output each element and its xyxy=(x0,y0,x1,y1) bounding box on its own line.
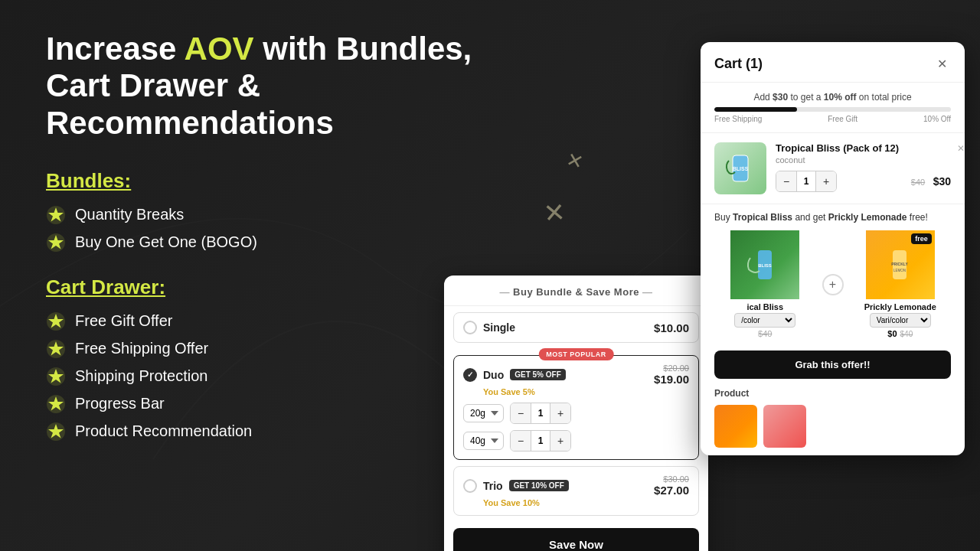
feature-product-recommendation: Product Recommendation xyxy=(46,422,490,442)
related-thumb-2[interactable] xyxy=(763,405,806,448)
cart-item: BLISS Tropical Bliss (Pack of 12) coconu… xyxy=(701,133,965,204)
duo-qty-control-2: − 1 + xyxy=(510,430,571,452)
star-icon-1 xyxy=(46,205,66,225)
cart-item-prices: $40 $30 xyxy=(911,174,951,188)
duo-qty-increase-2[interactable]: + xyxy=(550,431,570,451)
cart-qty-decrease[interactable]: − xyxy=(776,171,796,191)
feature-shipping-protection: Shipping Protection xyxy=(46,367,490,386)
bogo-product-2-variant[interactable]: Vari/color xyxy=(870,313,931,328)
star-icon-4 xyxy=(46,339,66,359)
cart-title: Cart (1) xyxy=(714,56,763,72)
cart-item-name: Tropical Bliss (Pack of 12) xyxy=(776,142,951,154)
bogo-product-2: PRICKLY LEMON free Prickly Lemonade Vari… xyxy=(850,230,952,338)
trio-save-text: You Save 10% xyxy=(483,498,689,507)
cart-qty-number: 1 xyxy=(796,171,816,191)
main-heading: Increase AOV with Bundles,Cart Drawer & … xyxy=(46,31,490,142)
duo-qty-number-1: 1 xyxy=(531,403,550,423)
star-icon-3 xyxy=(46,311,66,331)
bogo-product-2-price: $0 xyxy=(887,329,897,338)
progress-label-gift: Free Gift xyxy=(828,115,858,123)
bundle-panel-header: Buy Bundle & Save More xyxy=(444,276,708,306)
cart-drawer-title: Cart Drawer: xyxy=(46,276,490,299)
related-thumb-1[interactable] xyxy=(714,405,757,448)
duo-variant-select-2[interactable]: 40g 20g xyxy=(463,432,504,450)
cart-item-image: BLISS xyxy=(714,142,766,194)
left-content: Increase AOV with Bundles,Cart Drawer & … xyxy=(46,31,490,465)
star-icon-2 xyxy=(46,233,66,253)
progress-labels: Free Shipping Free Gift 10% Off xyxy=(714,115,951,123)
star-icon-6 xyxy=(46,394,66,414)
related-thumb-1-image xyxy=(714,405,757,448)
cart-drawer-features: Free Gift Offer Free Shipping Offer Ship… xyxy=(46,311,490,442)
duo-old-price: $20.00 xyxy=(654,364,689,373)
bogo-tropical-icon: BLISS xyxy=(744,244,786,286)
svg-text:BLISS: BLISS xyxy=(758,263,772,268)
star-icon-5 xyxy=(46,367,66,386)
cart-qty-increase[interactable]: + xyxy=(816,171,836,191)
radio-trio[interactable] xyxy=(463,479,477,493)
bogo-product-1-image-wrap: BLISS xyxy=(730,230,799,299)
bundle-option-trio[interactable]: Trio GET 10% OFF $30.00 $27.00 You Save … xyxy=(453,466,699,516)
bundle-panel: Buy Bundle & Save More Single $10.00 MOS… xyxy=(444,276,708,551)
star-icon-7 xyxy=(46,422,66,442)
bogo-product-1-image: BLISS xyxy=(730,230,799,299)
bogo-product-1-name: ical Bliss xyxy=(714,302,816,311)
option-trio-name: Trio xyxy=(483,480,503,492)
svg-text:PRICKLY: PRICKLY xyxy=(892,262,909,266)
cart-drawer-section: Cart Drawer: Free Gift Offer Free Shippi… xyxy=(46,276,490,442)
duo-variant-row-1: 20g 40g − 1 + xyxy=(463,403,689,424)
save-now-button[interactable]: Save Now xyxy=(453,528,699,551)
cart-item-remove[interactable]: ✕ xyxy=(957,141,965,155)
bundles-title: Bundles: xyxy=(46,169,490,193)
cart-drawer: Cart (1) ✕ Add $30 to get a 10% off on t… xyxy=(701,42,965,455)
progress-section: Add $30 to get a 10% off on total price … xyxy=(701,83,965,133)
bogo-product-1-old-price: $40 xyxy=(758,329,772,338)
progress-label-shipping: Free Shipping xyxy=(714,115,762,123)
check-duo[interactable] xyxy=(463,368,477,382)
svg-text:BLISS: BLISS xyxy=(733,166,749,171)
trio-old-price: $30.00 xyxy=(654,474,689,484)
related-thumbnails xyxy=(701,405,965,455)
cart-item-old-price: $40 xyxy=(911,178,925,187)
feature-progress-bar: Progress Bar xyxy=(46,394,490,414)
trio-new-price: $27.00 xyxy=(654,484,689,497)
progress-label-discount: 10% Off xyxy=(923,115,951,123)
bogo-product-2-image-wrap: PRICKLY LEMON free xyxy=(866,230,935,299)
progress-bar-fill xyxy=(714,107,797,112)
duo-qty-control-1: − 1 + xyxy=(510,403,571,424)
cart-item-new-price: $30 xyxy=(933,175,951,187)
duo-qty-decrease-2[interactable]: − xyxy=(511,431,531,451)
most-popular-badge: MOST POPULAR xyxy=(538,348,614,360)
progress-bar xyxy=(714,107,951,112)
related-label: Product xyxy=(701,385,965,405)
cart-item-variant: coconut xyxy=(776,155,951,165)
radio-single[interactable] xyxy=(463,321,477,334)
progress-text: Add $30 to get a 10% off on total price xyxy=(714,92,951,103)
bundles-section: Bundles: Quantity Breaks Buy One Get One… xyxy=(46,169,490,253)
duo-qty-increase-1[interactable]: + xyxy=(550,403,570,423)
bogo-product-1-variant[interactable]: /color xyxy=(734,313,795,328)
bundle-option-duo[interactable]: MOST POPULAR Duo GET 5% OFF $20.00 $19.0… xyxy=(453,355,699,460)
bogo-product-2-name: Prickly Lemonade xyxy=(850,302,952,311)
feature-free-gift: Free Gift Offer xyxy=(46,311,490,331)
free-badge: free xyxy=(911,233,932,244)
feature-free-shipping: Free Shipping Offer xyxy=(46,339,490,359)
cart-close-button[interactable]: ✕ xyxy=(933,54,951,73)
grab-offer-button[interactable]: Grab this offer!! xyxy=(714,350,951,379)
sparkle-icon-2: ✕ xyxy=(542,197,566,229)
option-single-price: $10.00 xyxy=(654,321,689,334)
bogo-plus-icon: + xyxy=(822,274,844,295)
duo-new-price: $19.00 xyxy=(654,373,689,386)
duo-save-text: You Save 5% xyxy=(483,387,689,396)
bundle-option-single[interactable]: Single $10.00 xyxy=(453,312,699,343)
bogo-product-2-old-price: $40 xyxy=(900,330,913,338)
related-thumb-2-image xyxy=(763,405,806,448)
duo-qty-number-2: 1 xyxy=(531,431,550,451)
duo-qty-decrease-1[interactable]: − xyxy=(511,403,531,423)
duo-variant-select-1[interactable]: 20g 40g xyxy=(463,404,504,422)
cart-header: Cart (1) ✕ xyxy=(701,42,965,83)
option-single-name: Single xyxy=(483,321,515,334)
trio-discount-badge: GET 10% OFF xyxy=(509,480,569,491)
feature-bogo: Buy One Get One (BOGO) xyxy=(46,233,490,253)
option-duo-name: Duo xyxy=(483,369,504,381)
